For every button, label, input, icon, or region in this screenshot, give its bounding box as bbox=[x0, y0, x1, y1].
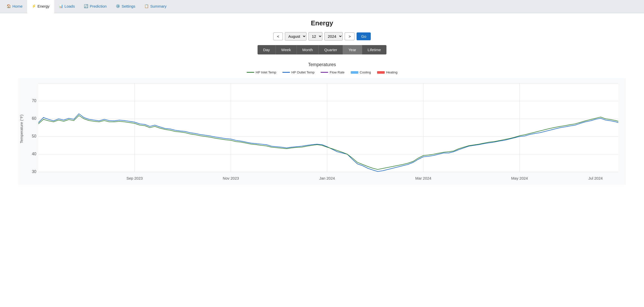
navbar: 🏠 Home ⚡ Energy 📊 Loads 🔄 Prediction ⚙️ … bbox=[0, 0, 644, 13]
nav-loads[interactable]: 📊 Loads bbox=[54, 0, 80, 13]
period-year[interactable]: Year bbox=[343, 45, 362, 54]
legend-hp-inlet-line bbox=[247, 72, 254, 73]
loads-icon: 📊 bbox=[59, 4, 63, 8]
nav-energy[interactable]: ⚡ Energy bbox=[27, 0, 54, 13]
date-controls: < August 12 2024 > Go bbox=[10, 32, 634, 41]
legend-heating: Heating bbox=[377, 70, 398, 74]
period-quarter[interactable]: Quarter bbox=[319, 45, 343, 54]
svg-text:May 2024: May 2024 bbox=[511, 176, 528, 180]
svg-text:Sep 2023: Sep 2023 bbox=[126, 176, 143, 180]
energy-icon: ⚡ bbox=[32, 4, 36, 8]
summary-icon: 📋 bbox=[144, 4, 149, 8]
nav-settings-label: Settings bbox=[122, 4, 135, 8]
nav-energy-label: Energy bbox=[37, 4, 50, 8]
period-lifetime[interactable]: Lifetime bbox=[362, 45, 387, 54]
period-buttons: Day Week Month Quarter Year Lifetime bbox=[10, 45, 634, 54]
svg-text:50: 50 bbox=[32, 134, 36, 138]
settings-icon: ⚙️ bbox=[116, 4, 120, 8]
chart-legend: HP Inlet Temp HP Outlet Temp Flow Rate C… bbox=[10, 70, 634, 74]
period-month[interactable]: Month bbox=[297, 45, 319, 54]
year-select[interactable]: 2024 bbox=[324, 32, 343, 41]
svg-rect-1 bbox=[38, 83, 618, 172]
svg-text:Mar 2024: Mar 2024 bbox=[415, 176, 431, 180]
next-button[interactable]: > bbox=[345, 32, 355, 40]
main-content: Energy < August 12 2024 > Go Day Week Mo… bbox=[0, 13, 644, 307]
svg-text:70: 70 bbox=[32, 99, 36, 103]
go-button[interactable]: Go bbox=[357, 32, 371, 40]
svg-text:Jul 2024: Jul 2024 bbox=[588, 176, 603, 180]
legend-hp-outlet: HP Outlet Temp bbox=[282, 70, 315, 74]
legend-flow-rate-label: Flow Rate bbox=[330, 70, 345, 74]
svg-text:40: 40 bbox=[32, 152, 36, 156]
nav-summary-label: Summary bbox=[150, 4, 166, 8]
prediction-icon: 🔄 bbox=[84, 4, 88, 8]
legend-hp-outlet-label: HP Outlet Temp bbox=[291, 70, 315, 74]
legend-flow-rate-line bbox=[321, 72, 328, 73]
period-day[interactable]: Day bbox=[258, 45, 276, 54]
day-select[interactable]: 12 bbox=[308, 32, 322, 41]
legend-cooling: Cooling bbox=[351, 70, 371, 74]
legend-hp-outlet-line bbox=[282, 72, 290, 73]
legend-heating-line bbox=[377, 71, 385, 74]
month-select[interactable]: August bbox=[285, 32, 306, 41]
nav-prediction-label: Prediction bbox=[90, 4, 107, 8]
prev-button[interactable]: < bbox=[273, 32, 283, 40]
page-title: Energy bbox=[10, 19, 634, 27]
chart-section: Temperatures HP Inlet Temp HP Outlet Tem… bbox=[10, 62, 634, 186]
chart-title: Temperatures bbox=[10, 62, 634, 67]
chart-container: 30 40 50 60 70 Sep 2023 Nov 2023 Jan 202… bbox=[10, 78, 634, 186]
svg-text:30: 30 bbox=[32, 169, 36, 174]
nav-home-label: Home bbox=[12, 4, 23, 8]
svg-text:60: 60 bbox=[32, 116, 36, 121]
period-week[interactable]: Week bbox=[276, 45, 297, 54]
legend-hp-inlet-label: HP Inlet Temp bbox=[256, 70, 276, 74]
svg-text:Temperature (°F): Temperature (°F) bbox=[19, 114, 24, 143]
nav-prediction[interactable]: 🔄 Prediction bbox=[79, 0, 111, 13]
svg-text:Jan 2024: Jan 2024 bbox=[319, 176, 335, 180]
temperature-chart: 30 40 50 60 70 Sep 2023 Nov 2023 Jan 202… bbox=[10, 78, 634, 185]
nav-loads-label: Loads bbox=[65, 4, 75, 8]
legend-heating-label: Heating bbox=[386, 70, 398, 74]
legend-hp-inlet: HP Inlet Temp bbox=[247, 70, 276, 74]
home-icon: 🏠 bbox=[7, 4, 11, 8]
svg-text:Nov 2023: Nov 2023 bbox=[223, 176, 239, 180]
nav-settings[interactable]: ⚙️ Settings bbox=[111, 0, 140, 13]
legend-cooling-line bbox=[351, 71, 358, 74]
nav-home[interactable]: 🏠 Home bbox=[2, 0, 27, 13]
nav-summary[interactable]: 📋 Summary bbox=[140, 0, 171, 13]
legend-cooling-label: Cooling bbox=[360, 70, 371, 74]
legend-flow-rate: Flow Rate bbox=[321, 70, 345, 74]
